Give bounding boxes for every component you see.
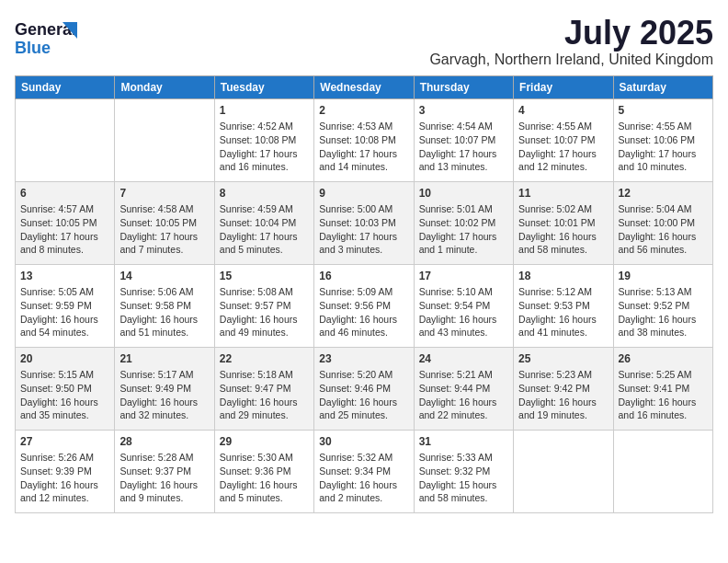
day-number: 22	[220, 351, 309, 367]
day-number: 8	[220, 186, 309, 201]
weekday-header: Tuesday	[214, 75, 313, 98]
calendar-cell	[115, 98, 214, 181]
day-number: 30	[319, 434, 408, 450]
day-number: 14	[119, 269, 209, 284]
calendar-cell: 18Sunrise: 5:12 AM Sunset: 9:53 PM Dayli…	[514, 264, 613, 347]
calendar-cell: 9Sunrise: 5:00 AM Sunset: 10:03 PM Dayli…	[314, 181, 414, 264]
calendar-cell: 12Sunrise: 5:04 AM Sunset: 10:00 PM Dayl…	[613, 181, 712, 264]
calendar-week-row: 20Sunrise: 5:15 AM Sunset: 9:50 PM Dayli…	[16, 347, 713, 430]
calendar-cell: 24Sunrise: 5:21 AM Sunset: 9:44 PM Dayli…	[414, 347, 513, 430]
day-number: 31	[419, 434, 508, 450]
calendar-cell: 22Sunrise: 5:18 AM Sunset: 9:47 PM Dayli…	[214, 347, 313, 430]
day-number: 13	[20, 269, 109, 284]
cell-content: Sunrise: 5:15 AM Sunset: 9:50 PM Dayligh…	[20, 368, 109, 422]
weekday-header: Wednesday	[314, 75, 414, 98]
cell-content: Sunrise: 5:05 AM Sunset: 9:59 PM Dayligh…	[20, 285, 109, 339]
calendar-week-row: 1Sunrise: 4:52 AM Sunset: 10:08 PM Dayli…	[16, 98, 713, 181]
calendar-cell: 10Sunrise: 5:01 AM Sunset: 10:02 PM Dayl…	[414, 181, 513, 264]
day-number: 25	[518, 351, 608, 367]
month-title: July 2025	[429, 15, 713, 52]
calendar-cell	[613, 430, 712, 512]
day-number: 26	[619, 351, 708, 367]
cell-content: Sunrise: 5:01 AM Sunset: 10:02 PM Daylig…	[419, 202, 508, 257]
cell-content: Sunrise: 5:17 AM Sunset: 9:49 PM Dayligh…	[119, 368, 209, 422]
day-number: 24	[419, 351, 508, 367]
cell-content: Sunrise: 5:28 AM Sunset: 9:37 PM Dayligh…	[119, 451, 209, 505]
calendar-cell: 28Sunrise: 5:28 AM Sunset: 9:37 PM Dayli…	[115, 430, 214, 512]
cell-content: Sunrise: 5:32 AM Sunset: 9:34 PM Dayligh…	[319, 451, 408, 505]
weekday-header-row: SundayMondayTuesdayWednesdayThursdayFrid…	[16, 75, 713, 98]
cell-content: Sunrise: 5:00 AM Sunset: 10:03 PM Daylig…	[319, 202, 408, 257]
calendar-cell: 21Sunrise: 5:17 AM Sunset: 9:49 PM Dayli…	[115, 347, 214, 430]
day-number: 1	[220, 103, 309, 119]
calendar-table: SundayMondayTuesdayWednesdayThursdayFrid…	[15, 75, 713, 513]
cell-content: Sunrise: 5:23 AM Sunset: 9:42 PM Dayligh…	[518, 368, 608, 422]
cell-content: Sunrise: 5:06 AM Sunset: 9:58 PM Dayligh…	[119, 285, 209, 339]
calendar-cell: 8Sunrise: 4:59 AM Sunset: 10:04 PM Dayli…	[214, 181, 313, 264]
cell-content: Sunrise: 4:55 AM Sunset: 10:06 PM Daylig…	[619, 120, 708, 174]
cell-content: Sunrise: 5:12 AM Sunset: 9:53 PM Dayligh…	[518, 285, 608, 339]
calendar-cell: 17Sunrise: 5:10 AM Sunset: 9:54 PM Dayli…	[414, 264, 513, 347]
day-number: 19	[619, 269, 708, 284]
calendar-cell: 6Sunrise: 4:57 AM Sunset: 10:05 PM Dayli…	[16, 181, 115, 264]
page-header: General Blue July 2025 Garvagh, Northern…	[15, 15, 713, 68]
calendar-cell: 11Sunrise: 5:02 AM Sunset: 10:01 PM Dayl…	[514, 181, 613, 264]
cell-content: Sunrise: 5:30 AM Sunset: 9:36 PM Dayligh…	[220, 451, 309, 505]
cell-content: Sunrise: 4:54 AM Sunset: 10:07 PM Daylig…	[419, 120, 508, 174]
cell-content: Sunrise: 5:33 AM Sunset: 9:32 PM Dayligh…	[419, 451, 508, 505]
day-number: 5	[619, 103, 708, 119]
calendar-cell: 7Sunrise: 4:58 AM Sunset: 10:05 PM Dayli…	[115, 181, 214, 264]
location-title: Garvagh, Northern Ireland, United Kingdo…	[429, 52, 713, 68]
day-number: 21	[119, 351, 209, 367]
day-number: 11	[518, 186, 608, 201]
cell-content: Sunrise: 4:52 AM Sunset: 10:08 PM Daylig…	[220, 120, 309, 174]
cell-content: Sunrise: 4:57 AM Sunset: 10:05 PM Daylig…	[20, 202, 109, 257]
cell-content: Sunrise: 4:59 AM Sunset: 10:04 PM Daylig…	[220, 202, 309, 257]
day-number: 20	[20, 351, 109, 367]
cell-content: Sunrise: 5:25 AM Sunset: 9:41 PM Dayligh…	[619, 368, 708, 422]
cell-content: Sunrise: 5:21 AM Sunset: 9:44 PM Dayligh…	[419, 368, 508, 422]
calendar-cell	[16, 98, 115, 181]
cell-content: Sunrise: 4:58 AM Sunset: 10:05 PM Daylig…	[119, 202, 209, 257]
day-number: 27	[20, 434, 109, 450]
day-number: 28	[119, 434, 209, 450]
day-number: 7	[119, 186, 209, 201]
cell-content: Sunrise: 5:26 AM Sunset: 9:39 PM Dayligh…	[20, 451, 109, 505]
cell-content: Sunrise: 5:18 AM Sunset: 9:47 PM Dayligh…	[220, 368, 309, 422]
calendar-cell: 25Sunrise: 5:23 AM Sunset: 9:42 PM Dayli…	[514, 347, 613, 430]
calendar-cell: 30Sunrise: 5:32 AM Sunset: 9:34 PM Dayli…	[314, 430, 414, 512]
cell-content: Sunrise: 5:02 AM Sunset: 10:01 PM Daylig…	[518, 202, 608, 257]
day-number: 16	[319, 269, 408, 284]
calendar-cell: 13Sunrise: 5:05 AM Sunset: 9:59 PM Dayli…	[16, 264, 115, 347]
cell-content: Sunrise: 5:04 AM Sunset: 10:00 PM Daylig…	[619, 202, 708, 257]
day-number: 15	[220, 269, 309, 284]
day-number: 9	[319, 186, 408, 201]
calendar-cell: 3Sunrise: 4:54 AM Sunset: 10:07 PM Dayli…	[414, 98, 513, 181]
day-number: 23	[319, 351, 408, 367]
weekday-header: Friday	[514, 75, 613, 98]
weekday-header: Sunday	[16, 75, 115, 98]
cell-content: Sunrise: 5:08 AM Sunset: 9:57 PM Dayligh…	[220, 285, 309, 339]
day-number: 29	[220, 434, 309, 450]
cell-content: Sunrise: 5:20 AM Sunset: 9:46 PM Dayligh…	[319, 368, 408, 422]
weekday-header: Monday	[115, 75, 214, 98]
calendar-cell	[514, 430, 613, 512]
calendar-cell: 2Sunrise: 4:53 AM Sunset: 10:08 PM Dayli…	[314, 98, 414, 181]
day-number: 4	[518, 103, 608, 119]
calendar-cell: 5Sunrise: 4:55 AM Sunset: 10:06 PM Dayli…	[613, 98, 712, 181]
title-block: July 2025 Garvagh, Northern Ireland, Uni…	[429, 15, 713, 68]
calendar-week-row: 6Sunrise: 4:57 AM Sunset: 10:05 PM Dayli…	[16, 181, 713, 264]
weekday-header: Saturday	[613, 75, 712, 98]
day-number: 2	[319, 103, 408, 119]
calendar-cell: 20Sunrise: 5:15 AM Sunset: 9:50 PM Dayli…	[16, 347, 115, 430]
logo: General Blue	[15, 15, 79, 64]
day-number: 12	[619, 186, 708, 201]
calendar-week-row: 27Sunrise: 5:26 AM Sunset: 9:39 PM Dayli…	[16, 430, 713, 512]
cell-content: Sunrise: 4:53 AM Sunset: 10:08 PM Daylig…	[319, 120, 408, 174]
cell-content: Sunrise: 5:09 AM Sunset: 9:56 PM Dayligh…	[319, 285, 408, 339]
day-number: 3	[419, 103, 508, 119]
day-number: 6	[20, 186, 109, 201]
day-number: 18	[518, 269, 608, 284]
cell-content: Sunrise: 5:13 AM Sunset: 9:52 PM Dayligh…	[619, 285, 708, 339]
calendar-cell: 29Sunrise: 5:30 AM Sunset: 9:36 PM Dayli…	[214, 430, 313, 512]
